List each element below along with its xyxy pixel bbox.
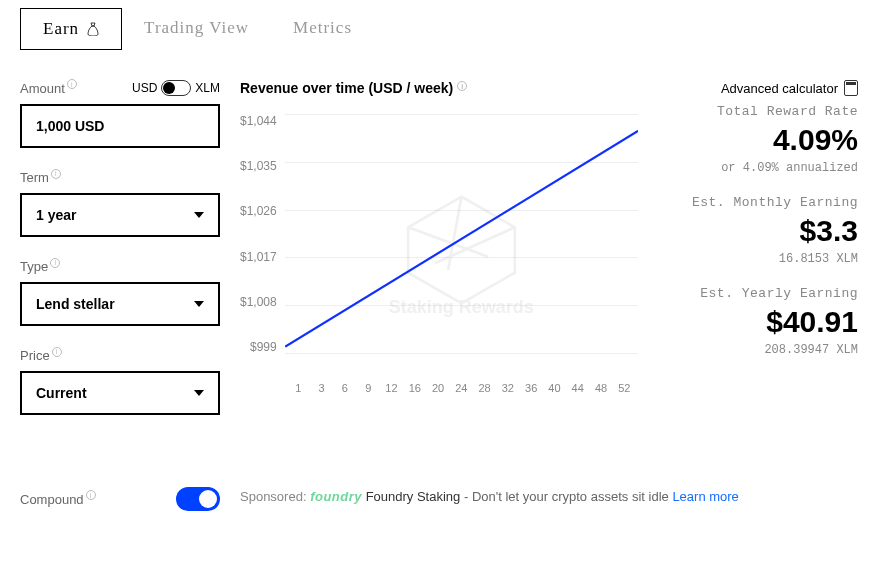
amount-input[interactable]: 1,000 USD (20, 104, 220, 148)
learn-more-link[interactable]: Learn more (672, 489, 738, 504)
chart-line (285, 114, 638, 354)
chevron-down-icon (194, 301, 204, 307)
x-axis: 13691216202428323640444852 (285, 382, 638, 394)
info-icon[interactable]: i (52, 347, 62, 357)
chart-title: Revenue over time (USD / week)i (240, 80, 638, 96)
info-icon[interactable]: i (51, 169, 61, 179)
info-icon[interactable]: i (457, 81, 467, 91)
calculator-icon (844, 80, 858, 96)
price-label: Pricei (20, 348, 62, 363)
tab-trading-view[interactable]: Trading View (122, 8, 271, 50)
info-icon[interactable]: i (67, 79, 77, 89)
compound-switch[interactable] (176, 487, 220, 511)
term-label: Termi (20, 170, 61, 185)
sponsor-block: Sponsored: foundry Foundry Staking - Don… (240, 487, 858, 508)
term-select[interactable]: 1 year (20, 193, 220, 237)
advanced-calculator-link[interactable]: Advanced calculator (658, 80, 858, 96)
compound-label: Compoundi (20, 492, 96, 507)
yearly-earning-sub: 208.39947 XLM (658, 343, 858, 357)
svg-line-4 (285, 131, 638, 347)
total-reward-sub: or 4.09% annualized (658, 161, 858, 175)
yearly-earning-label: Est. Yearly Earning (658, 286, 858, 301)
total-reward-value: 4.09% (658, 123, 858, 157)
type-label: Typei (20, 259, 60, 274)
monthly-earning-sub: 16.8153 XLM (658, 252, 858, 266)
price-select[interactable]: Current (20, 371, 220, 415)
chevron-down-icon (194, 212, 204, 218)
tab-metrics[interactable]: Metrics (271, 8, 374, 50)
tab-earn[interactable]: Earn (20, 8, 122, 50)
y-axis: $1,044$1,035$1,026$1,017$1,008$999 (240, 114, 285, 354)
tabs: Earn Trading View Metrics (20, 0, 858, 50)
type-select[interactable]: Lend stellar (20, 282, 220, 326)
monthly-earning-value: $3.3 (658, 214, 858, 248)
currency-toggle[interactable]: USD XLM (132, 80, 220, 96)
total-reward-label: Total Reward Rate (658, 104, 858, 119)
monthly-earning-label: Est. Monthly Earning (658, 195, 858, 210)
info-icon[interactable]: i (50, 258, 60, 268)
revenue-chart: $1,044$1,035$1,026$1,017$1,008$999 Staki… (240, 114, 638, 394)
amount-label: Amounti (20, 81, 77, 96)
money-bag-icon (87, 22, 99, 36)
foundry-logo: foundry (310, 489, 362, 504)
info-icon[interactable]: i (86, 490, 96, 500)
yearly-earning-value: $40.91 (658, 305, 858, 339)
chevron-down-icon (194, 390, 204, 396)
